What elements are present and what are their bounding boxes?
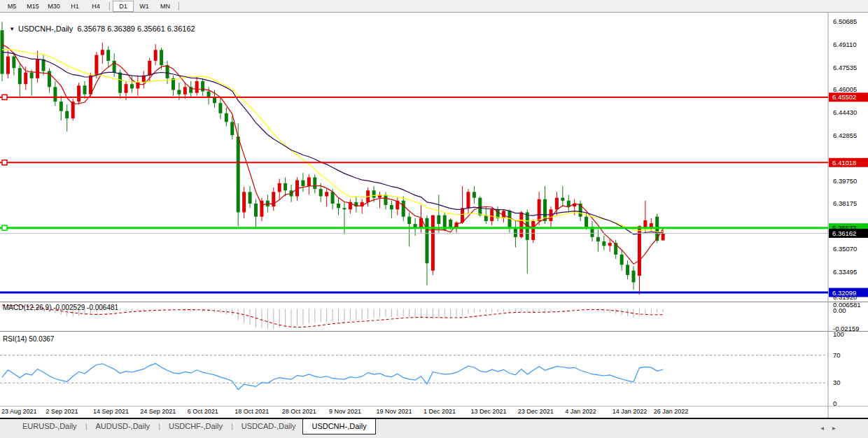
candle-body	[643, 220, 647, 227]
candle-body	[42, 59, 46, 71]
candle-body	[125, 84, 128, 92]
candle-body	[12, 57, 15, 69]
candle-body	[514, 228, 517, 236]
date-tick-label: 23 Dec 2021	[518, 408, 554, 415]
candle-body	[372, 190, 376, 197]
candle-body	[130, 84, 134, 88]
candle-body	[213, 97, 216, 103]
candle-body	[59, 101, 63, 111]
date-tick-label: 24 Sep 2021	[140, 408, 176, 415]
timeframe-button-m30[interactable]: M30	[43, 1, 64, 12]
toolbar-separator	[178, 2, 179, 10]
candle-body	[319, 189, 323, 196]
price-tick-label: 6.44430	[833, 108, 857, 116]
candle-body	[284, 183, 287, 190]
price-tick-label: 6.35070	[833, 245, 857, 253]
candle-body	[584, 217, 588, 227]
chart-tab-usdchf[interactable]: USDCHF-,Daily	[162, 419, 230, 434]
candle-body	[384, 195, 387, 205]
level-handle-support-green[interactable]	[2, 225, 7, 230]
price-tick-label: 6.33495	[833, 268, 857, 276]
candle-body	[407, 217, 411, 224]
price-badge-label-support-blue: 6.32099	[832, 289, 856, 297]
candle-body	[301, 181, 304, 186]
macd-axis-label: 0.00	[833, 306, 846, 314]
candle-body	[195, 81, 199, 93]
candle-body	[230, 122, 234, 135]
price-tick-label: 6.38175	[833, 199, 857, 207]
candle-body	[278, 183, 281, 192]
candle-body	[531, 221, 535, 240]
chart-tab-audusd[interactable]: AUDUSD-,Daily	[88, 419, 157, 434]
rsi-axis-label: 100	[833, 330, 844, 338]
rsi-indicator-label: RSI(14) 50.0367	[3, 335, 54, 343]
timeframe-button-m5[interactable]: M5	[1, 1, 22, 12]
candle-body	[225, 113, 228, 122]
candle-body	[337, 204, 340, 208]
candle-body	[478, 198, 482, 216]
candle-body	[148, 61, 151, 76]
candle-body	[662, 233, 665, 240]
candle-body	[53, 87, 57, 101]
price-tick-label: 6.42855	[833, 132, 857, 139]
candle-body	[18, 68, 22, 84]
price-tick-label: 6.39750	[833, 177, 857, 185]
tab-scroll-arrows: ◂▸	[820, 424, 844, 432]
chart-tab-usdcnh[interactable]: USDCNH-,Daily	[302, 419, 375, 435]
chart-canvas[interactable]: 6.506856.491106.475356.460056.444306.428…	[0, 0, 868, 438]
candle-body	[24, 73, 27, 85]
price-badge-label-resistance-lower: 6.41018	[832, 159, 856, 167]
chart-ohlc-values: 6.35678 6.36389 6.35661 6.36162	[77, 24, 195, 33]
timeframe-button-w1[interactable]: W1	[134, 1, 155, 12]
timeframe-button-h1[interactable]: H1	[64, 1, 85, 12]
candle-body	[94, 55, 98, 76]
candle-body	[437, 216, 440, 224]
level-handle-resistance-upper[interactable]	[2, 94, 7, 99]
timeframe-button-m15[interactable]: M15	[22, 1, 43, 12]
candle-body	[77, 85, 80, 101]
candle-body	[466, 192, 470, 208]
date-tick-label: 1 Dec 2021	[424, 408, 456, 415]
candle-body	[307, 177, 311, 185]
candle-body	[248, 192, 252, 204]
timeframe-button-d1[interactable]: D1	[113, 1, 134, 12]
timeframe-button-mn[interactable]: MN	[155, 1, 176, 12]
candle-body	[183, 87, 187, 94]
date-tick-label: 2 Sep 2021	[46, 408, 78, 415]
ma-line-fast	[2, 45, 663, 264]
tab-divider: |	[84, 419, 89, 430]
date-tick-label: 4 Jan 2022	[565, 408, 596, 415]
timeframe-button-h4[interactable]: H4	[85, 1, 106, 12]
candle-body	[596, 237, 600, 241]
candle-body	[561, 198, 564, 201]
rsi-axis-label: 30	[833, 379, 841, 386]
candle-body	[507, 211, 511, 228]
macd-indicator-label: MACD(12,26,9) -0.002529 -0.006481	[3, 304, 118, 311]
price-tick-label: 6.49110	[833, 41, 857, 48]
tab-scroll-right-icon[interactable]: ▸	[832, 424, 844, 432]
collapse-indicator-icon[interactable]: ▼	[9, 26, 15, 32]
chart-tab-eurusd[interactable]: EURUSD-,Daily	[15, 419, 84, 434]
tab-scroll-left-icon[interactable]: ◂	[820, 424, 832, 432]
candle-body	[160, 50, 163, 65]
level-handle-resistance-lower[interactable]	[2, 160, 7, 165]
date-tick-label: 28 Oct 2021	[282, 408, 316, 415]
date-tick-label: 9 Nov 2021	[329, 408, 361, 415]
chart-tabs-bar: EURUSD-,Daily|AUDUSD-,Daily|USDCHF-,Dail…	[0, 418, 868, 438]
candle-body	[632, 271, 636, 283]
candle-body	[272, 192, 275, 206]
candle-body	[237, 136, 240, 212]
chart-tab-usdcad[interactable]: USDCAD-,Daily	[234, 419, 303, 434]
date-tick-label: 26 Jan 2022	[654, 408, 689, 415]
candle-body	[390, 205, 393, 209]
tab-divider: |	[157, 419, 162, 430]
candle-body	[83, 85, 87, 94]
candle-body	[555, 198, 559, 210]
candle-body	[154, 50, 158, 61]
chart-title: ▼USDCNH-,Daily 6.35678 6.36389 6.35661 6…	[5, 16, 195, 33]
trading-terminal-window: { "toolbar": { "timeframes": ["M5","M15"…	[0, 0, 868, 438]
candle-body	[472, 192, 476, 197]
date-tick-label: 23 Aug 2021	[1, 408, 37, 415]
tab-divider: |	[230, 419, 234, 430]
candle-body	[36, 59, 39, 78]
